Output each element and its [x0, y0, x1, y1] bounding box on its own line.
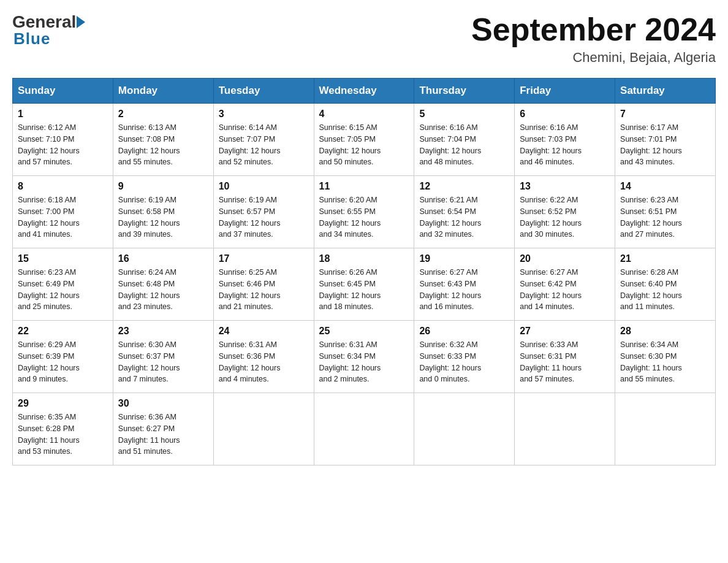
calendar-week-row: 1Sunrise: 6:12 AM Sunset: 7:10 PM Daylig… — [13, 104, 716, 176]
day-number: 24 — [219, 326, 309, 337]
day-info: Sunrise: 6:27 AM Sunset: 6:43 PM Dayligh… — [419, 267, 509, 313]
day-info: Sunrise: 6:15 AM Sunset: 7:05 PM Dayligh… — [319, 122, 409, 168]
col-friday: Friday — [515, 79, 615, 104]
day-number: 1 — [18, 109, 108, 120]
day-info: Sunrise: 6:13 AM Sunset: 7:08 PM Dayligh… — [118, 122, 208, 168]
day-info: Sunrise: 6:16 AM Sunset: 7:04 PM Dayligh… — [419, 122, 509, 168]
calendar-cell: 21Sunrise: 6:28 AM Sunset: 6:40 PM Dayli… — [615, 248, 716, 321]
calendar-cell: 17Sunrise: 6:25 AM Sunset: 6:46 PM Dayli… — [213, 248, 314, 321]
day-info: Sunrise: 6:34 AM Sunset: 6:30 PM Dayligh… — [620, 339, 710, 385]
calendar-cell: 27Sunrise: 6:33 AM Sunset: 6:31 PM Dayli… — [515, 321, 615, 393]
day-number: 27 — [520, 326, 610, 337]
calendar-cell: 26Sunrise: 6:32 AM Sunset: 6:33 PM Dayli… — [414, 321, 515, 393]
page-header: General Blue September 2024 Chemini, Bej… — [12, 12, 716, 66]
day-number: 14 — [620, 181, 710, 192]
calendar-cell: 16Sunrise: 6:24 AM Sunset: 6:48 PM Dayli… — [113, 248, 213, 321]
day-info: Sunrise: 6:19 AM Sunset: 6:57 PM Dayligh… — [219, 194, 309, 240]
day-info: Sunrise: 6:28 AM Sunset: 6:40 PM Dayligh… — [620, 267, 710, 313]
calendar-cell: 15Sunrise: 6:23 AM Sunset: 6:49 PM Dayli… — [13, 248, 113, 321]
day-number: 16 — [118, 253, 208, 264]
day-number: 7 — [620, 109, 710, 120]
day-number: 22 — [18, 326, 108, 337]
day-info: Sunrise: 6:24 AM Sunset: 6:48 PM Dayligh… — [118, 267, 208, 313]
calendar-cell: 7Sunrise: 6:17 AM Sunset: 7:01 PM Daylig… — [615, 104, 716, 176]
month-year-title: September 2024 — [471, 12, 716, 47]
day-number: 6 — [520, 109, 610, 120]
day-info: Sunrise: 6:31 AM Sunset: 6:34 PM Dayligh… — [319, 339, 409, 385]
calendar-cell — [213, 393, 314, 465]
day-number: 20 — [520, 253, 610, 264]
calendar-cell: 24Sunrise: 6:31 AM Sunset: 6:36 PM Dayli… — [213, 321, 314, 393]
logo-blue-text: Blue — [13, 29, 50, 48]
col-sunday: Sunday — [13, 79, 113, 104]
day-info: Sunrise: 6:32 AM Sunset: 6:33 PM Dayligh… — [419, 339, 509, 385]
calendar-cell: 10Sunrise: 6:19 AM Sunset: 6:57 PM Dayli… — [213, 176, 314, 248]
calendar-cell: 13Sunrise: 6:22 AM Sunset: 6:52 PM Dayli… — [515, 176, 615, 248]
day-number: 8 — [18, 181, 108, 192]
day-number: 15 — [18, 253, 108, 264]
day-number: 17 — [219, 253, 309, 264]
calendar-cell: 6Sunrise: 6:16 AM Sunset: 7:03 PM Daylig… — [515, 104, 615, 176]
location-subtitle: Chemini, Bejaia, Algeria — [471, 50, 716, 66]
day-number: 9 — [118, 181, 208, 192]
calendar-week-row: 29Sunrise: 6:35 AM Sunset: 6:28 PM Dayli… — [13, 393, 716, 465]
calendar-cell: 3Sunrise: 6:14 AM Sunset: 7:07 PM Daylig… — [213, 104, 314, 176]
day-number: 11 — [319, 181, 409, 192]
day-number: 5 — [419, 109, 509, 120]
calendar-week-row: 8Sunrise: 6:18 AM Sunset: 7:00 PM Daylig… — [13, 176, 716, 248]
day-number: 10 — [219, 181, 309, 192]
calendar-cell: 28Sunrise: 6:34 AM Sunset: 6:30 PM Dayli… — [615, 321, 716, 393]
day-number: 3 — [219, 109, 309, 120]
day-info: Sunrise: 6:23 AM Sunset: 6:49 PM Dayligh… — [18, 267, 108, 313]
calendar-cell — [515, 393, 615, 465]
day-info: Sunrise: 6:23 AM Sunset: 6:51 PM Dayligh… — [620, 194, 710, 240]
calendar-cell — [414, 393, 515, 465]
day-number: 25 — [319, 326, 409, 337]
day-info: Sunrise: 6:20 AM Sunset: 6:55 PM Dayligh… — [319, 194, 409, 240]
calendar-cell: 5Sunrise: 6:16 AM Sunset: 7:04 PM Daylig… — [414, 104, 515, 176]
calendar-cell: 29Sunrise: 6:35 AM Sunset: 6:28 PM Dayli… — [13, 393, 113, 465]
col-saturday: Saturday — [615, 79, 716, 104]
day-number: 13 — [520, 181, 610, 192]
calendar-cell: 12Sunrise: 6:21 AM Sunset: 6:54 PM Dayli… — [414, 176, 515, 248]
day-info: Sunrise: 6:36 AM Sunset: 6:27 PM Dayligh… — [118, 412, 208, 458]
day-info: Sunrise: 6:22 AM Sunset: 6:52 PM Dayligh… — [520, 194, 610, 240]
calendar-cell: 20Sunrise: 6:27 AM Sunset: 6:42 PM Dayli… — [515, 248, 615, 321]
calendar-cell: 11Sunrise: 6:20 AM Sunset: 6:55 PM Dayli… — [314, 176, 414, 248]
col-thursday: Thursday — [414, 79, 515, 104]
day-number: 28 — [620, 326, 710, 337]
day-info: Sunrise: 6:19 AM Sunset: 6:58 PM Dayligh… — [118, 194, 208, 240]
day-number: 19 — [419, 253, 509, 264]
calendar-cell: 19Sunrise: 6:27 AM Sunset: 6:43 PM Dayli… — [414, 248, 515, 321]
calendar-cell: 25Sunrise: 6:31 AM Sunset: 6:34 PM Dayli… — [314, 321, 414, 393]
calendar-week-row: 22Sunrise: 6:29 AM Sunset: 6:39 PM Dayli… — [13, 321, 716, 393]
logo: General Blue — [12, 12, 85, 48]
day-info: Sunrise: 6:29 AM Sunset: 6:39 PM Dayligh… — [18, 339, 108, 385]
calendar-cell: 9Sunrise: 6:19 AM Sunset: 6:58 PM Daylig… — [113, 176, 213, 248]
day-number: 21 — [620, 253, 710, 264]
day-number: 18 — [319, 253, 409, 264]
calendar-cell: 2Sunrise: 6:13 AM Sunset: 7:08 PM Daylig… — [113, 104, 213, 176]
calendar-cell: 4Sunrise: 6:15 AM Sunset: 7:05 PM Daylig… — [314, 104, 414, 176]
day-number: 30 — [118, 398, 208, 409]
logo-triangle-icon — [77, 16, 85, 28]
day-info: Sunrise: 6:21 AM Sunset: 6:54 PM Dayligh… — [419, 194, 509, 240]
calendar-cell: 1Sunrise: 6:12 AM Sunset: 7:10 PM Daylig… — [13, 104, 113, 176]
title-block: September 2024 Chemini, Bejaia, Algeria — [471, 12, 716, 66]
col-wednesday: Wednesday — [314, 79, 414, 104]
calendar-cell — [615, 393, 716, 465]
calendar-cell: 18Sunrise: 6:26 AM Sunset: 6:45 PM Dayli… — [314, 248, 414, 321]
calendar-header-row: Sunday Monday Tuesday Wednesday Thursday… — [13, 79, 716, 104]
day-number: 29 — [18, 398, 108, 409]
calendar-cell: 23Sunrise: 6:30 AM Sunset: 6:37 PM Dayli… — [113, 321, 213, 393]
day-info: Sunrise: 6:16 AM Sunset: 7:03 PM Dayligh… — [520, 122, 610, 168]
day-info: Sunrise: 6:26 AM Sunset: 6:45 PM Dayligh… — [319, 267, 409, 313]
calendar-cell: 14Sunrise: 6:23 AM Sunset: 6:51 PM Dayli… — [615, 176, 716, 248]
calendar-week-row: 15Sunrise: 6:23 AM Sunset: 6:49 PM Dayli… — [13, 248, 716, 321]
day-number: 2 — [118, 109, 208, 120]
day-info: Sunrise: 6:12 AM Sunset: 7:10 PM Dayligh… — [18, 122, 108, 168]
day-info: Sunrise: 6:35 AM Sunset: 6:28 PM Dayligh… — [18, 412, 108, 458]
day-info: Sunrise: 6:27 AM Sunset: 6:42 PM Dayligh… — [520, 267, 610, 313]
day-number: 12 — [419, 181, 509, 192]
day-info: Sunrise: 6:31 AM Sunset: 6:36 PM Dayligh… — [219, 339, 309, 385]
